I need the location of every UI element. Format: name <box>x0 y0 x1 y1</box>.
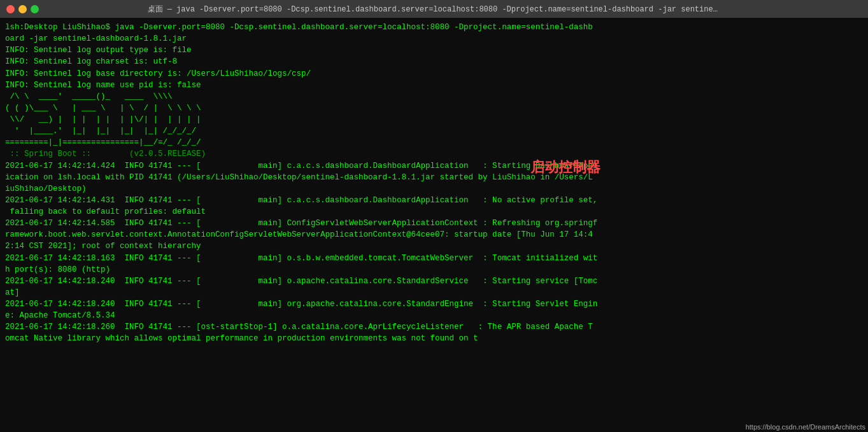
terminal-line: ( ( )\___ \ | ___ \ | \ / | \ \ \ \ <box>5 102 863 114</box>
terminal-line: \\/ __) | | | | | | |\/| | | | | | <box>5 114 863 125</box>
chinese-label: 启动控制器 <box>530 158 601 177</box>
watermark: https://blog.csdn.net/DreamsArchitects <box>746 423 865 431</box>
terminal-line: INFO: Sentinel log name use pid is: fals… <box>5 80 863 91</box>
terminal-line: 2021-06-17 14:42:14.431 INFO 41741 --- [… <box>5 195 863 218</box>
terminal-line: 2021-06-17 14:42:18.163 INFO 41741 --- [… <box>5 253 863 275</box>
terminal-line: 2021-06-17 14:42:18.240 INFO 41741 --- [… <box>5 298 863 321</box>
terminal-line: INFO: Sentinel log output type is: file <box>5 45 863 56</box>
terminal-line: 2021-06-17 14:42:18.240 INFO 41741 --- [… <box>5 275 863 298</box>
window-title: 桌面 — java -Dserver.port=8080 -Dcsp.senti… <box>148 4 721 15</box>
terminal-line: 2021-06-17 14:42:14.585 INFO 41741 --- [… <box>5 218 863 252</box>
terminal-line: lsh:Desktop LiuShihao$ java -Dserver.por… <box>5 22 863 45</box>
terminal-line: INFO: Sentinel log base directory is: /U… <box>5 68 863 80</box>
terminal-line: INFO: Sentinel log charset is: utf-8 <box>5 56 863 67</box>
terminal-window[interactable]: lsh:Desktop LiuShihao$ java -Dserver.por… <box>0 18 868 432</box>
close-button[interactable] <box>6 5 15 13</box>
terminal-line: 2021-06-17 14:42:18.260 INFO 41741 --- [… <box>5 321 863 344</box>
maximize-button[interactable] <box>31 5 39 13</box>
title-bar: 桌面 — java -Dserver.port=8080 -Dcsp.senti… <box>0 0 868 18</box>
terminal-line: ' |____.' |_| |_| |_| |_| /_/_/_/ <box>5 125 863 137</box>
terminal-line: /\ \ ____' _____()_ ____ \\\\ <box>5 91 863 102</box>
minimize-button[interactable] <box>18 5 27 13</box>
terminal-line: :: Spring Boot :: (v2.0.5.RELEASE) <box>5 148 863 160</box>
terminal-line: 2021-06-17 14:42:14.424 INFO 41741 --- [… <box>5 160 863 195</box>
window-controls[interactable] <box>6 5 39 13</box>
terminal-output: lsh:Desktop LiuShihao$ java -Dserver.por… <box>5 22 863 345</box>
terminal-line: =========|_|================|__/=/_ /_/_… <box>5 137 863 148</box>
